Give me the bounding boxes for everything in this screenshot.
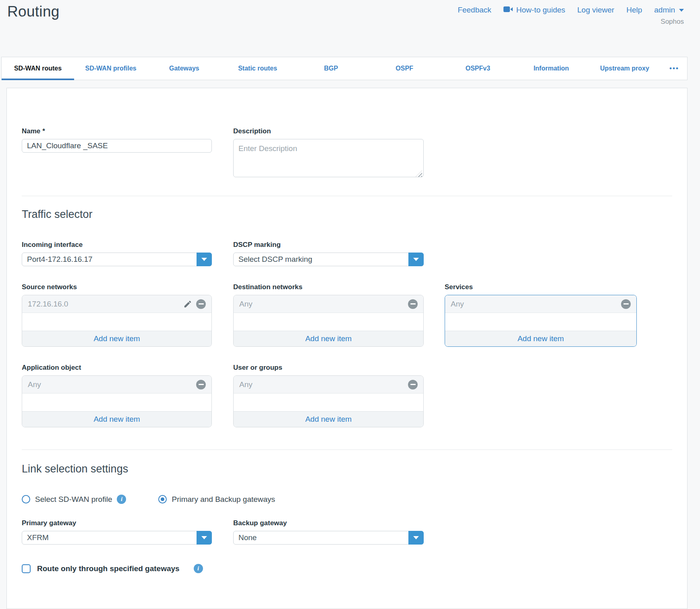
help-link[interactable]: Help xyxy=(626,6,642,14)
dropdown-button[interactable] xyxy=(197,253,212,266)
tab-label: BGP xyxy=(324,65,338,72)
howto-guides-label: How-to guides xyxy=(516,6,565,14)
list-item: Any xyxy=(445,295,636,313)
list-item: Any xyxy=(234,376,423,394)
tab-bgp[interactable]: BGP xyxy=(294,57,368,80)
info-glyph: i xyxy=(197,565,199,572)
backup-gateway-select[interactable]: None xyxy=(233,531,424,545)
remove-item-icon[interactable] xyxy=(196,299,206,309)
info-icon[interactable]: i xyxy=(117,495,126,504)
tab-static-routes[interactable]: Static routes xyxy=(221,57,294,80)
dropdown-button[interactable] xyxy=(408,531,424,545)
incoming-interface-value: Port4-172.16.16.17 xyxy=(27,255,93,264)
routing-tabbar: SD-WAN routes SD-WAN profiles Gateways S… xyxy=(1,57,688,80)
tab-ospfv3[interactable]: OSPFv3 xyxy=(441,57,514,80)
dscp-marking-select[interactable]: Select DSCP marking xyxy=(233,253,424,266)
application-object-listbox: Any Add new item xyxy=(22,375,212,427)
source-networks-label-text: Source networks xyxy=(22,283,77,291)
user-or-groups-label-text: User or groups xyxy=(233,364,282,372)
tab-label: Upstream proxy xyxy=(600,65,649,72)
radio-label: Primary and Backup gateways xyxy=(172,495,275,504)
user-or-groups-add-button[interactable]: Add new item xyxy=(234,411,423,427)
remove-item-icon[interactable] xyxy=(408,299,418,309)
dropdown-button[interactable] xyxy=(408,253,424,266)
incoming-interface-label: Incoming interface xyxy=(22,241,212,249)
tab-upstream-proxy[interactable]: Upstream proxy xyxy=(588,57,661,80)
list-item-value: Any xyxy=(28,380,41,389)
services-add-button[interactable]: Add new item xyxy=(445,331,636,346)
page-title: Routing xyxy=(7,3,60,20)
list-item-value: Any xyxy=(239,300,253,309)
more-tabs-button[interactable]: ••• xyxy=(661,57,687,80)
radio-button-selected[interactable] xyxy=(158,495,167,503)
remove-item-icon[interactable] xyxy=(621,299,631,309)
dscp-marking-value: Select DSCP marking xyxy=(238,255,312,264)
tab-label: OSPFv3 xyxy=(466,65,490,72)
name-input[interactable] xyxy=(22,139,212,153)
howto-guides-link[interactable]: How-to guides xyxy=(503,6,565,14)
user-or-groups-listbox: Any Add new item xyxy=(233,375,424,427)
remove-item-icon[interactable] xyxy=(408,380,418,389)
dropdown-arrow-icon xyxy=(201,536,207,539)
destination-networks-listbox: Any Add new item xyxy=(233,295,424,347)
name-label: Name * xyxy=(22,127,212,135)
tab-label: Gateways xyxy=(169,65,199,72)
dropdown-arrow-icon xyxy=(413,258,419,261)
add-new-item-label: Add new item xyxy=(93,334,140,343)
tab-information[interactable]: Information xyxy=(515,57,588,80)
feedback-label: Feedback xyxy=(458,6,491,14)
backup-gateway-label: Backup gateway xyxy=(233,519,424,527)
tab-label: OSPF xyxy=(396,65,413,72)
backup-gateway-value: None xyxy=(238,533,257,542)
admin-label: admin xyxy=(654,6,675,14)
tab-sdwan-routes[interactable]: SD-WAN routes xyxy=(2,57,74,80)
primary-gateway-select[interactable]: XFRM xyxy=(22,531,212,545)
header-utility-area: Feedback How-to guides Log viewer Help a… xyxy=(458,6,684,26)
source-networks-listbox: 172.16.16.0 Add new item xyxy=(22,295,212,347)
add-new-item-label: Add new item xyxy=(518,334,564,343)
tab-ospf[interactable]: OSPF xyxy=(368,57,441,80)
remove-item-icon[interactable] xyxy=(196,380,206,389)
dropdown-button[interactable] xyxy=(197,531,212,545)
services-label: Services xyxy=(445,283,637,291)
list-item: Any xyxy=(22,376,211,394)
incoming-interface-label-text: Incoming interface xyxy=(22,241,83,249)
tab-sdwan-profiles[interactable]: SD-WAN profiles xyxy=(74,57,147,80)
tab-gateways[interactable]: Gateways xyxy=(147,57,221,80)
tab-label: Static routes xyxy=(238,65,277,72)
sdwan-route-form-card: Name * Description Traffic selector Inco… xyxy=(6,88,688,609)
traffic-selector-title: Traffic selector xyxy=(22,208,672,221)
destination-networks-label-text: Destination networks xyxy=(233,283,302,291)
description-textarea[interactable] xyxy=(233,139,424,177)
minus-bar xyxy=(623,303,629,305)
admin-menu[interactable]: admin xyxy=(654,6,684,14)
radio-label: Select SD-WAN profile xyxy=(35,495,112,504)
source-networks-add-button[interactable]: Add new item xyxy=(22,331,211,346)
info-glyph: i xyxy=(121,496,122,503)
destination-networks-label: Destination networks xyxy=(233,283,424,291)
radio-button-unselected[interactable] xyxy=(22,495,30,503)
application-object-add-button[interactable]: Add new item xyxy=(22,411,211,427)
listbox-empty-area xyxy=(22,313,211,331)
description-label: Description xyxy=(233,127,424,135)
section-divider xyxy=(22,196,672,196)
destination-networks-add-button[interactable]: Add new item xyxy=(234,331,423,346)
list-item-value: 172.16.16.0 xyxy=(28,300,68,309)
minus-bar xyxy=(199,303,204,305)
edit-pencil-icon[interactable] xyxy=(183,300,192,309)
chevron-down-icon xyxy=(679,9,684,12)
tab-label: Information xyxy=(534,65,569,72)
radio-primary-backup-gateways[interactable]: Primary and Backup gateways xyxy=(158,495,275,504)
name-label-text: Name xyxy=(22,127,40,135)
radio-select-sdwan-profile[interactable]: Select SD-WAN profile i xyxy=(22,495,126,504)
incoming-interface-select[interactable]: Port4-172.16.16.17 xyxy=(22,253,212,266)
services-listbox: Any Add new item xyxy=(445,295,637,347)
video-camera-icon xyxy=(503,6,513,14)
required-asterisk: * xyxy=(42,127,45,135)
add-new-item-label: Add new item xyxy=(305,334,352,343)
feedback-link[interactable]: Feedback xyxy=(458,6,491,14)
log-viewer-link[interactable]: Log viewer xyxy=(577,6,614,14)
link-selection-title: Link selection settings xyxy=(22,463,672,475)
info-icon[interactable]: i xyxy=(194,564,203,573)
route-only-checkbox[interactable] xyxy=(22,564,31,573)
